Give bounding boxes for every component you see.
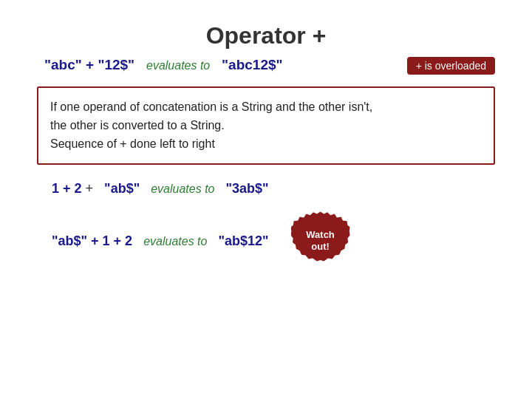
example3-evaluates: evaluates to — [143, 235, 207, 248]
example3-text: "ab$" + 1 + 2 evaluates to "ab$12" — [52, 233, 269, 249]
infobox-line1: If one operand of concatenation is a Str… — [50, 98, 482, 117]
example2-part1: 1 + 2 — [52, 181, 82, 196]
infobox-line2: the other is converted to a String. — [50, 117, 482, 135]
info-box: If one operand of concatenation is a Str… — [37, 86, 495, 165]
example2-line: 1 + 2 + "ab$" evaluates to "3ab$" — [52, 181, 495, 197]
example2-evaluates: evaluates to — [151, 183, 214, 195]
example2-result: "3ab$" — [226, 181, 269, 196]
watch-out-badge: Watch out! — [291, 211, 350, 270]
starburst-shape — [291, 211, 350, 270]
example3-result: "ab$12" — [218, 233, 268, 248]
example3-row: "ab$" + 1 + 2 evaluates to "ab$12" Watch… — [52, 211, 495, 270]
example3-part1: "ab$" + 1 + 2 — [52, 233, 132, 248]
slide-title: Operator + — [37, 22, 495, 50]
example1-evaluates: evaluates to — [146, 59, 210, 72]
infobox-line3: Sequence of + done left to right — [50, 135, 482, 154]
slide: Operator + + is overloaded "abc" + "12$"… — [0, 0, 532, 399]
overloaded-badge: + is overloaded — [407, 57, 495, 75]
example1-result: "abc12$" — [222, 57, 282, 72]
example2-part2: "ab$" — [104, 181, 140, 196]
example1-part1: "abc" + "12$" — [44, 57, 134, 72]
